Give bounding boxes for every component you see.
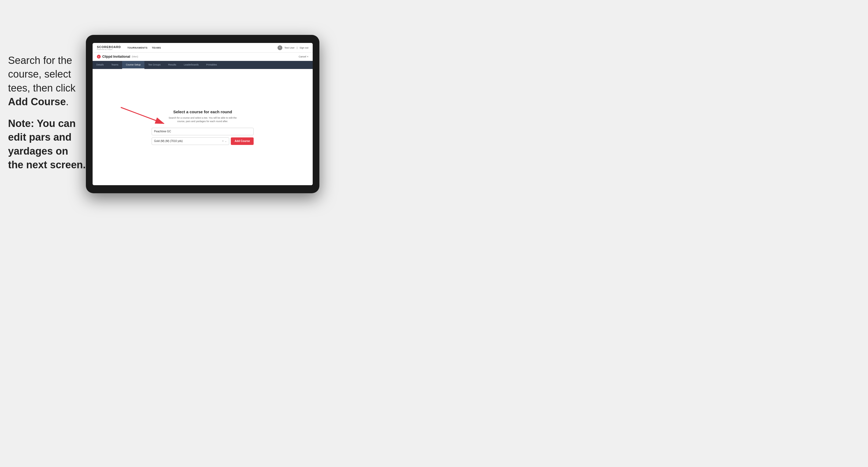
nav-tournaments[interactable]: TOURNAMENTS (127, 46, 147, 49)
tab-course-setup[interactable]: Course Setup (122, 61, 145, 69)
tab-teams[interactable]: Teams (107, 61, 122, 69)
nav-links: TOURNAMENTS TEAMS (127, 46, 161, 49)
course-card: Select a course for each round Search fo… (152, 110, 254, 145)
tournament-type: (Men) (132, 55, 138, 58)
cancel-button[interactable]: Cancel × (299, 55, 308, 58)
course-desc: Search for a course and select a tee. Yo… (152, 116, 254, 123)
search-input-wrap (152, 128, 254, 135)
course-search-input[interactable] (152, 128, 254, 135)
tournament-header: C Clippd Invitational (Men) Cancel × (93, 53, 313, 61)
user-avatar: T (278, 45, 282, 50)
tab-details[interactable]: Details (93, 61, 107, 69)
sign-out-link[interactable]: Sign out (300, 46, 308, 49)
tee-toggle-icon[interactable]: ⌄ (225, 139, 227, 143)
user-name: Test User (284, 46, 295, 49)
tab-results[interactable]: Results (164, 61, 180, 69)
nav-right: T Test User | Sign out (278, 45, 308, 50)
course-select-title: Select a course for each round (152, 110, 254, 114)
nav-separator: | (297, 46, 298, 49)
tablet-screen: SCOREBOARD Powered by clippd TOURNAMENTS… (93, 43, 313, 185)
tournament-name: Clippd Invitational (102, 55, 130, 59)
tee-select-row: Gold (M) (M) (7010 yds) × ⌄ Add Course (152, 137, 254, 145)
tee-clear-icon[interactable]: × (222, 139, 224, 143)
add-course-button[interactable]: Add Course (231, 137, 254, 145)
tab-leaderboards[interactable]: Leaderboards (180, 61, 203, 69)
tournament-badge: C (97, 55, 101, 59)
logo: SCOREBOARD Powered by clippd (97, 45, 121, 50)
nav-teams[interactable]: TEAMS (152, 46, 161, 49)
tee-select-value: Gold (M) (M) (7010 yds) (154, 139, 183, 143)
tablet-frame: SCOREBOARD Powered by clippd TOURNAMENTS… (86, 35, 319, 193)
tee-select-controls: × ⌄ (222, 139, 227, 143)
main-content: Select a course for each round Search fo… (93, 69, 313, 185)
top-nav: SCOREBOARD Powered by clippd TOURNAMENTS… (93, 43, 313, 53)
tab-bar: Details Teams Course Setup Tee Groups Re… (93, 61, 313, 69)
tab-printables[interactable]: Printables (203, 61, 221, 69)
logo-area: SCOREBOARD Powered by clippd TOURNAMENTS… (97, 45, 161, 50)
tee-select[interactable]: Gold (M) (M) (7010 yds) × ⌄ (152, 137, 229, 145)
tournament-title: C Clippd Invitational (Men) (97, 55, 138, 59)
annotation-text: Search for the course, select tees, then… (8, 54, 86, 180)
tab-tee-groups[interactable]: Tee Groups (145, 61, 164, 69)
